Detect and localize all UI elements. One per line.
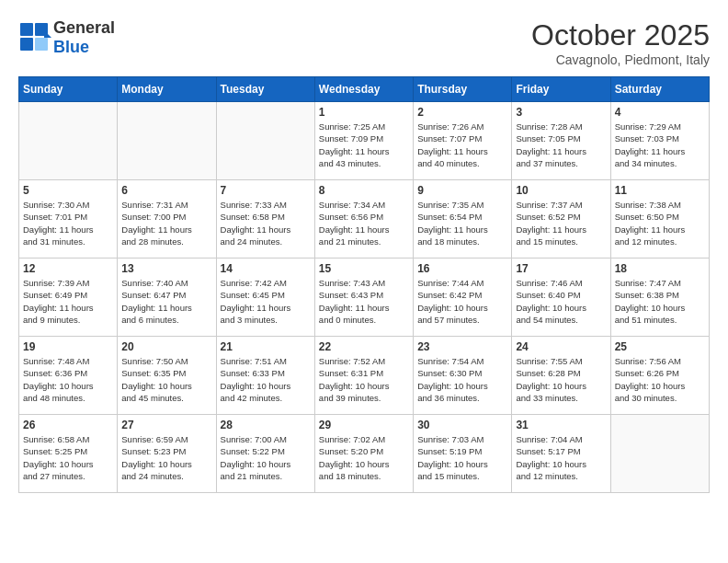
calendar-cell: 31Sunrise: 7:04 AM Sunset: 5:17 PM Dayli…	[512, 415, 610, 493]
day-number: 22	[319, 340, 409, 353]
calendar-cell: 4Sunrise: 7:29 AM Sunset: 7:03 PM Daylig…	[610, 102, 709, 180]
day-info: Sunrise: 7:34 AM Sunset: 6:56 PM Dayligh…	[319, 199, 409, 247]
week-row-1: 1Sunrise: 7:25 AM Sunset: 7:09 PM Daylig…	[19, 102, 710, 180]
day-info: Sunrise: 7:33 AM Sunset: 6:58 PM Dayligh…	[221, 199, 311, 247]
day-info: Sunrise: 7:38 AM Sunset: 6:50 PM Dayligh…	[615, 199, 705, 247]
calendar-cell: 5Sunrise: 7:30 AM Sunset: 7:01 PM Daylig…	[19, 180, 118, 259]
day-info: Sunrise: 7:50 AM Sunset: 6:35 PM Dayligh…	[121, 355, 211, 404]
calendar-cell: 28Sunrise: 7:00 AM Sunset: 5:22 PM Dayli…	[216, 415, 314, 493]
day-info: Sunrise: 7:52 AM Sunset: 6:31 PM Dayligh…	[319, 355, 409, 404]
calendar-table: SundayMondayTuesdayWednesdayThursdayFrid…	[18, 76, 710, 493]
calendar-cell: 24Sunrise: 7:55 AM Sunset: 6:28 PM Dayli…	[512, 337, 610, 415]
header-saturday: Saturday	[610, 77, 709, 102]
day-info: Sunrise: 7:35 AM Sunset: 6:54 PM Dayligh…	[417, 199, 507, 247]
day-number: 24	[516, 340, 606, 353]
day-number: 21	[221, 340, 311, 353]
day-info: Sunrise: 7:29 AM Sunset: 7:03 PM Dayligh…	[615, 121, 705, 169]
day-number: 25	[615, 340, 705, 353]
day-number: 10	[516, 184, 606, 197]
day-number: 3	[516, 106, 606, 119]
week-row-2: 5Sunrise: 7:30 AM Sunset: 7:01 PM Daylig…	[19, 180, 710, 259]
week-row-5: 26Sunrise: 6:58 AM Sunset: 5:25 PM Dayli…	[19, 415, 710, 493]
logo-icon	[18, 21, 51, 54]
logo-general: General	[53, 18, 115, 37]
calendar-cell: 3Sunrise: 7:28 AM Sunset: 7:05 PM Daylig…	[512, 102, 610, 180]
calendar-cell: 8Sunrise: 7:34 AM Sunset: 6:56 PM Daylig…	[314, 180, 413, 259]
calendar-cell: 7Sunrise: 7:33 AM Sunset: 6:58 PM Daylig…	[216, 180, 314, 259]
calendar-cell	[610, 415, 709, 493]
calendar-cell: 16Sunrise: 7:44 AM Sunset: 6:42 PM Dayli…	[414, 259, 512, 337]
calendar-cell	[216, 102, 314, 180]
day-number: 20	[121, 340, 211, 353]
day-info: Sunrise: 6:59 AM Sunset: 5:23 PM Dayligh…	[121, 433, 211, 482]
day-number: 23	[417, 340, 507, 353]
day-info: Sunrise: 7:04 AM Sunset: 5:17 PM Dayligh…	[516, 433, 606, 482]
day-info: Sunrise: 7:30 AM Sunset: 7:01 PM Dayligh…	[23, 199, 113, 247]
logo: General Blue	[18, 18, 115, 57]
day-number: 29	[319, 419, 409, 431]
svg-rect-3	[35, 38, 48, 51]
day-number: 13	[121, 262, 211, 275]
day-info: Sunrise: 7:43 AM Sunset: 6:43 PM Dayligh…	[319, 277, 409, 326]
calendar-cell: 1Sunrise: 7:25 AM Sunset: 7:09 PM Daylig…	[314, 102, 413, 180]
day-info: Sunrise: 7:25 AM Sunset: 7:09 PM Dayligh…	[319, 121, 409, 169]
day-info: Sunrise: 6:58 AM Sunset: 5:25 PM Dayligh…	[23, 433, 113, 482]
day-number: 4	[615, 106, 705, 119]
calendar-header-row: SundayMondayTuesdayWednesdayThursdayFrid…	[19, 77, 710, 102]
day-info: Sunrise: 7:48 AM Sunset: 6:36 PM Dayligh…	[23, 355, 113, 404]
day-info: Sunrise: 7:02 AM Sunset: 5:20 PM Dayligh…	[319, 433, 409, 482]
calendar-cell: 17Sunrise: 7:46 AM Sunset: 6:40 PM Dayli…	[512, 259, 610, 337]
day-info: Sunrise: 7:55 AM Sunset: 6:28 PM Dayligh…	[516, 355, 606, 404]
header-tuesday: Tuesday	[216, 77, 314, 102]
calendar-cell: 11Sunrise: 7:38 AM Sunset: 6:50 PM Dayli…	[610, 180, 709, 259]
header-sunday: Sunday	[19, 77, 118, 102]
day-number: 7	[221, 184, 311, 197]
calendar-cell: 12Sunrise: 7:39 AM Sunset: 6:49 PM Dayli…	[19, 259, 118, 337]
day-number: 8	[319, 184, 409, 197]
svg-rect-2	[20, 38, 33, 51]
calendar-cell: 27Sunrise: 6:59 AM Sunset: 5:23 PM Dayli…	[118, 415, 216, 493]
calendar-cell: 20Sunrise: 7:50 AM Sunset: 6:35 PM Dayli…	[118, 337, 216, 415]
calendar-cell: 25Sunrise: 7:56 AM Sunset: 6:26 PM Dayli…	[610, 337, 709, 415]
day-number: 11	[615, 184, 705, 197]
day-number: 2	[417, 106, 507, 119]
day-info: Sunrise: 7:51 AM Sunset: 6:33 PM Dayligh…	[221, 355, 311, 404]
day-info: Sunrise: 7:42 AM Sunset: 6:45 PM Dayligh…	[221, 277, 311, 326]
day-number: 18	[615, 262, 705, 275]
day-number: 14	[221, 262, 311, 275]
day-number: 12	[23, 262, 113, 275]
day-number: 30	[417, 419, 507, 431]
svg-rect-0	[20, 23, 33, 36]
header-friday: Friday	[512, 77, 610, 102]
header-thursday: Thursday	[414, 77, 512, 102]
day-number: 31	[516, 419, 606, 431]
header-monday: Monday	[118, 77, 216, 102]
calendar-cell: 26Sunrise: 6:58 AM Sunset: 5:25 PM Dayli…	[19, 415, 118, 493]
calendar-cell: 15Sunrise: 7:43 AM Sunset: 6:43 PM Dayli…	[314, 259, 413, 337]
calendar-cell	[19, 102, 118, 180]
calendar-cell: 19Sunrise: 7:48 AM Sunset: 6:36 PM Dayli…	[19, 337, 118, 415]
week-row-4: 19Sunrise: 7:48 AM Sunset: 6:36 PM Dayli…	[19, 337, 710, 415]
day-number: 27	[121, 419, 211, 431]
calendar-cell	[118, 102, 216, 180]
calendar-cell: 14Sunrise: 7:42 AM Sunset: 6:45 PM Dayli…	[216, 259, 314, 337]
day-number: 16	[417, 262, 507, 275]
calendar-cell: 10Sunrise: 7:37 AM Sunset: 6:52 PM Dayli…	[512, 180, 610, 259]
page-header: General Blue October 2025 Cavagnolo, Pie…	[18, 18, 710, 67]
day-number: 26	[23, 419, 113, 431]
day-info: Sunrise: 7:44 AM Sunset: 6:42 PM Dayligh…	[417, 277, 507, 326]
calendar-cell: 29Sunrise: 7:02 AM Sunset: 5:20 PM Dayli…	[314, 415, 413, 493]
calendar-cell: 9Sunrise: 7:35 AM Sunset: 6:54 PM Daylig…	[414, 180, 512, 259]
calendar-cell: 22Sunrise: 7:52 AM Sunset: 6:31 PM Dayli…	[314, 337, 413, 415]
day-info: Sunrise: 7:28 AM Sunset: 7:05 PM Dayligh…	[516, 121, 606, 169]
day-info: Sunrise: 7:03 AM Sunset: 5:19 PM Dayligh…	[417, 433, 507, 482]
day-number: 9	[417, 184, 507, 197]
day-number: 6	[121, 184, 211, 197]
day-info: Sunrise: 7:54 AM Sunset: 6:30 PM Dayligh…	[417, 355, 507, 404]
day-info: Sunrise: 7:26 AM Sunset: 7:07 PM Dayligh…	[417, 121, 507, 169]
calendar-cell: 18Sunrise: 7:47 AM Sunset: 6:38 PM Dayli…	[610, 259, 709, 337]
day-number: 28	[221, 419, 311, 431]
week-row-3: 12Sunrise: 7:39 AM Sunset: 6:49 PM Dayli…	[19, 259, 710, 337]
day-info: Sunrise: 7:39 AM Sunset: 6:49 PM Dayligh…	[23, 277, 113, 326]
calendar-cell: 23Sunrise: 7:54 AM Sunset: 6:30 PM Dayli…	[414, 337, 512, 415]
